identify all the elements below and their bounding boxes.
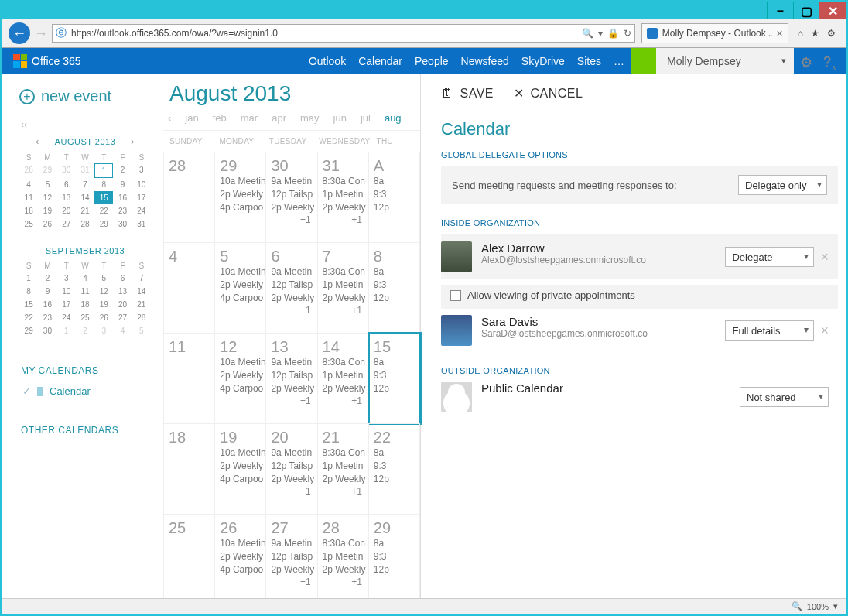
mini-day[interactable]: 4 (113, 324, 132, 337)
help-icon[interactable]: ?∧ (823, 54, 836, 72)
browser-back-button[interactable]: ← (9, 22, 30, 44)
calendar-event[interactable]: 2p Weekly (271, 563, 316, 577)
mini-day[interactable]: 20 (57, 204, 76, 217)
calendar-event[interactable]: 9:3 (374, 550, 419, 563)
mini-day[interactable]: 22 (19, 311, 38, 324)
next-month-icon[interactable]: › (131, 136, 135, 147)
tools-icon[interactable]: ⚙ (827, 28, 836, 39)
calendar-event[interactable]: 1p Meetin (323, 279, 368, 292)
more-events[interactable]: +1 (323, 305, 368, 316)
calendar-event[interactable]: 9a Meetin (271, 356, 316, 369)
mini-day[interactable]: 3 (132, 163, 151, 178)
calendar-item[interactable]: ✓ Calendar (22, 385, 156, 397)
more-events[interactable]: +1 (323, 214, 368, 225)
month-jul[interactable]: jul (361, 112, 371, 124)
calendar-cell[interactable]: 158a9:312p (369, 334, 420, 423)
nav-sites[interactable]: Sites (577, 55, 601, 67)
calendar-event[interactable]: 8a (374, 447, 419, 460)
calendar-cell[interactable]: 228a9:312p (369, 424, 420, 514)
mini-day[interactable]: 14 (76, 191, 94, 204)
nav-skydrive[interactable]: SkyDrive (521, 55, 565, 67)
mini-day[interactable]: 23 (113, 204, 132, 217)
mini-day[interactable]: 26 (38, 217, 56, 231)
mini-day[interactable]: 23 (38, 311, 56, 324)
calendar-event[interactable]: 10a Meetin (220, 447, 265, 460)
brand[interactable]: Office 365 (13, 54, 81, 68)
calendar-event[interactable]: 9:3 (374, 279, 419, 292)
cancel-button[interactable]: ✕ CANCEL (514, 86, 583, 101)
mini-day[interactable]: 18 (19, 204, 38, 217)
permission-select[interactable]: Not shared (740, 387, 829, 407)
mini-day[interactable]: 7 (132, 272, 151, 285)
calendar-event[interactable]: 2p Weekly (271, 201, 316, 214)
mini-day[interactable]: 26 (94, 311, 113, 324)
mini-day[interactable]: 28 (76, 217, 94, 231)
mini-day[interactable]: 7 (76, 178, 94, 191)
mini-day[interactable]: 15 (19, 298, 38, 311)
calendar-cell[interactable]: 69a Meetin12p Tailsp2p Weekly+1 (266, 243, 317, 333)
mini-day[interactable]: 2 (113, 163, 132, 178)
my-calendars-header[interactable]: MY CALENDARS (21, 365, 156, 376)
calendar-event[interactable]: 8a (374, 265, 419, 279)
mini-day[interactable]: 11 (76, 285, 94, 298)
calendar-cell[interactable]: 148:30a Con1p Meetin2p Weekly+1 (318, 334, 369, 423)
calendar-event[interactable]: 4p Carpoo (220, 382, 265, 395)
mini-day[interactable]: 20 (113, 298, 132, 311)
calendar-event[interactable]: 2p Weekly (271, 382, 316, 395)
mini-day[interactable]: 1 (57, 324, 76, 337)
mini-day[interactable]: 21 (76, 204, 94, 217)
mini-day[interactable]: 24 (57, 311, 76, 324)
calendar-event[interactable]: 9a Meetin (271, 175, 316, 188)
calendar-event[interactable]: 12p (374, 201, 419, 214)
refresh-icon[interactable]: ↻ (624, 28, 631, 39)
window-minimize-button[interactable]: – (767, 2, 793, 19)
settings-icon[interactable]: ⚙ (800, 54, 812, 72)
mini-day[interactable]: 9 (113, 178, 132, 191)
calendar-event[interactable]: 9:3 (374, 369, 419, 382)
mini-day[interactable]: 29 (19, 324, 38, 337)
mini-day[interactable]: 1 (94, 163, 113, 178)
mini-day[interactable]: 24 (132, 204, 151, 217)
mini-day[interactable]: 25 (76, 311, 94, 324)
calendar-event[interactable]: 2p Weekly (220, 369, 265, 382)
calendar-event[interactable]: 2p Weekly (323, 473, 368, 486)
search-icon[interactable]: 🔍 (582, 28, 593, 39)
mini-day[interactable]: 17 (132, 191, 151, 204)
month-jun[interactable]: jun (333, 112, 347, 124)
calendar-event[interactable]: 9:3 (374, 188, 419, 201)
more-events[interactable]: +1 (271, 305, 316, 316)
mini-day[interactable]: 3 (57, 272, 76, 285)
permission-select[interactable]: Full details (725, 320, 814, 341)
month-mar[interactable]: mar (241, 112, 258, 124)
mini-day[interactable]: 6 (57, 178, 76, 191)
calendar-event[interactable]: 10a Meetin (220, 265, 265, 279)
more-events[interactable]: +1 (271, 486, 316, 497)
calendar-event[interactable]: 2p Weekly (323, 563, 368, 577)
calendar-event[interactable]: 12p Tailsp (271, 550, 316, 563)
mini-day[interactable]: 10 (57, 285, 76, 298)
nav-outlook[interactable]: Outlook (309, 55, 346, 67)
calendar-event[interactable]: 2p Weekly (271, 473, 316, 486)
mini-day[interactable]: 22 (94, 204, 113, 217)
calendar-cell[interactable]: 209a Meetin12p Tailsp2p Weekly+1 (266, 424, 317, 514)
calendar-event[interactable]: 10a Meetin (220, 537, 265, 550)
permission-select[interactable]: Delegate (725, 247, 814, 267)
mini-day[interactable]: 4 (76, 272, 94, 285)
home-icon[interactable]: ⌂ (798, 28, 803, 39)
nav-calendar[interactable]: Calendar (358, 55, 402, 67)
browser-forward-button[interactable]: → (33, 26, 49, 41)
mini-day[interactable]: 28 (132, 311, 151, 324)
calendar-cell[interactable]: 4 (163, 243, 215, 333)
calendar-event[interactable]: 12p (374, 473, 419, 486)
mini-day[interactable]: 5 (38, 178, 56, 191)
mini-day[interactable]: 2 (76, 324, 94, 337)
more-events[interactable]: +1 (323, 395, 368, 406)
calendar-cell[interactable]: A8a9:312p (369, 152, 420, 242)
calendar-cell[interactable]: 218:30a Con1p Meetin2p Weekly+1 (318, 424, 369, 514)
other-calendars-header[interactable]: OTHER CALENDARS (21, 425, 156, 436)
calendar-event[interactable]: 8:30a Con (323, 447, 368, 460)
save-button[interactable]: 🗓 SAVE (441, 87, 494, 101)
calendar-event[interactable]: 12p Tailsp (271, 188, 316, 201)
more-events[interactable]: +1 (323, 577, 368, 587)
mini-day[interactable]: 19 (38, 204, 56, 217)
